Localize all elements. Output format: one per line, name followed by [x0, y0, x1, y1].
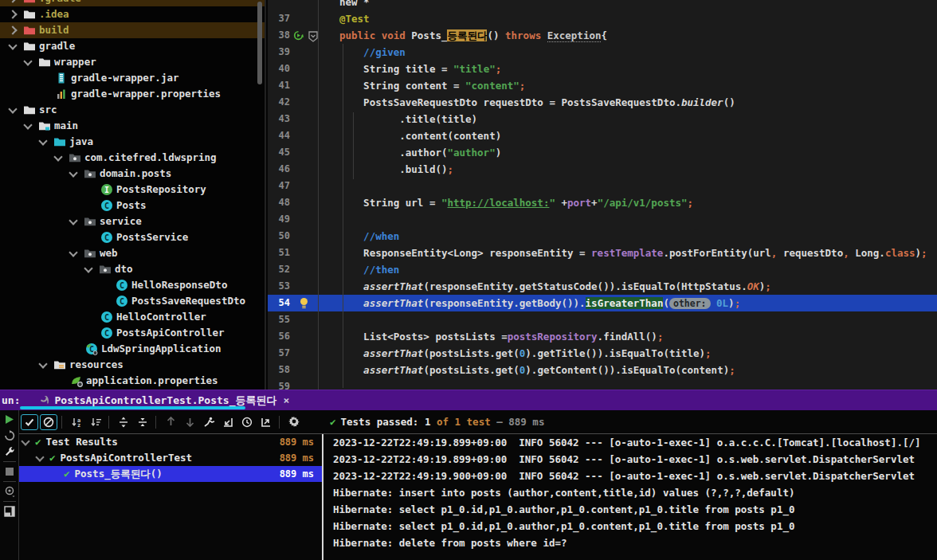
bulb-slot[interactable]: [290, 295, 308, 311]
tree-item-application-properties[interactable]: application.properties: [0, 373, 265, 389]
tree-item-build[interactable]: build: [0, 22, 265, 38]
code-line-37[interactable]: 37@Test: [268, 10, 937, 27]
code-line-57[interactable]: 57 assertThat(postsLists.get(0).getTitle…: [268, 345, 937, 362]
rerun-button[interactable]: [2, 413, 17, 426]
tree-item-main[interactable]: main: [0, 118, 265, 134]
fold-column[interactable]: [308, 27, 317, 44]
tree-item-dto[interactable]: dto: [0, 261, 265, 277]
tree-item-posts[interactable]: CPosts: [0, 198, 265, 213]
tree-item-domain-posts[interactable]: domain.posts: [0, 166, 265, 182]
code-line-50[interactable]: 50 //when: [268, 228, 937, 245]
chevron-down-icon[interactable]: [84, 264, 92, 272]
stop-button[interactable]: [2, 464, 17, 478]
code-line-42[interactable]: 42 PostsSaveRequestDto requestDto = Post…: [268, 94, 937, 111]
runok-slot[interactable]: [290, 27, 308, 44]
tree-item-postsapicontroller[interactable]: CPostsApiController: [0, 325, 265, 341]
sort-by-duration-button[interactable]: [87, 414, 104, 430]
fold-column: [308, 261, 317, 278]
code-line-59[interactable]: 59: [268, 378, 937, 390]
chevron-down-icon[interactable]: [69, 168, 77, 177]
tree-item-com-citefred-ldwspring[interactable]: com.citefred.ldwspring: [0, 150, 265, 166]
chevron-down-icon[interactable]: [8, 41, 17, 49]
chevron-down-icon[interactable]: [23, 120, 32, 129]
tree-item-wrapper[interactable]: wrapper: [0, 54, 265, 70]
chevron-down-icon[interactable]: [35, 452, 44, 461]
export-results-button[interactable]: [257, 414, 275, 430]
code-line-46[interactable]: 46 .build();: [268, 161, 937, 178]
tree-item-src[interactable]: src: [0, 102, 265, 118]
code-line-40[interactable]: 40 String title = "title";: [268, 61, 937, 77]
rerun-failed-button[interactable]: [2, 429, 17, 442]
tree-item-web[interactable]: web: [0, 245, 265, 261]
code-line-58[interactable]: 58 assertThat(postsLists.get(0).getConte…: [268, 362, 937, 378]
tree-item-resources[interactable]: resources: [0, 357, 265, 373]
expand-all-button[interactable]: [115, 414, 132, 430]
code-line-55[interactable]: 55: [268, 311, 937, 328]
collapse-all-button[interactable]: [134, 414, 151, 430]
code-line-top[interactable]: new *: [268, 0, 937, 10]
test-history-button[interactable]: [238, 414, 256, 430]
code-editor[interactable]: new *37@Test38public void Posts_등록된다() t…: [268, 0, 937, 390]
code-line-43[interactable]: 43 .title(title): [268, 111, 937, 127]
show-ignored-toggle[interactable]: [40, 414, 57, 430]
code-line-48[interactable]: 48 String url = "http://localhost:" +por…: [268, 194, 937, 211]
tree-item--idea[interactable]: .idea: [0, 6, 265, 22]
tree-item-postssaverequestdto[interactable]: CPostsSaveRequestDto: [0, 293, 265, 309]
tree-item-hellocontroller[interactable]: CHelloController: [0, 309, 265, 325]
code-line-54[interactable]: 54 assertThat(responseEntity.getBody()).…: [268, 295, 937, 311]
previous-failed-button[interactable]: [162, 414, 179, 430]
tree-item-helloresponsedto[interactable]: CHelloResponseDto: [0, 277, 265, 293]
code-line-52[interactable]: 52 //then: [268, 261, 937, 278]
test-row-posts-[interactable]: ✔Posts_등록된다()889 ms: [19, 466, 322, 482]
chevron-down-icon[interactable]: [69, 216, 77, 225]
chevron-down-icon[interactable]: [38, 359, 47, 368]
code-line-41[interactable]: 41 String content = "content";: [268, 77, 937, 94]
code-line-44[interactable]: 44 .content(content): [268, 127, 937, 144]
tree-scrollbar-thumb[interactable]: [257, 2, 262, 84]
test-results-tree[interactable]: ✔Test Results889 ms✔PostsApiControllerTe…: [19, 434, 322, 560]
code-line-53[interactable]: 53 assertThat(responseEntity.getStatusCo…: [268, 278, 937, 295]
tree-item-postsservice[interactable]: CPostsService: [0, 229, 265, 245]
chevron-down-icon[interactable]: [53, 152, 62, 161]
code-line-38[interactable]: 38public void Posts_등록된다() throws Except…: [268, 27, 937, 44]
code-line-56[interactable]: 56 List<Posts> postsLists =postsReposito…: [268, 328, 937, 345]
tree-item-service[interactable]: service: [0, 213, 265, 229]
rerun-tests-button[interactable]: [200, 414, 218, 430]
chevron-down-icon[interactable]: [23, 57, 32, 65]
restore-layout-button[interactable]: [2, 504, 17, 518]
pin-button[interactable]: [2, 484, 17, 498]
code-line-51[interactable]: 51 ResponseEntity<Long> responseEntity =…: [268, 245, 937, 261]
svg-text:C: C: [104, 313, 109, 322]
test-settings-button[interactable]: [2, 444, 17, 458]
tree-item-gradle-wrapper-properties[interactable]: gradle-wrapper.properties: [0, 86, 265, 102]
gutter-separator: [318, 0, 319, 390]
test-row-postsapicontrollertest[interactable]: ✔PostsApiControllerTest889 ms: [19, 450, 322, 466]
show-passed-toggle[interactable]: [21, 414, 38, 430]
run-console[interactable]: 2023-12-22T22:49:19.899+09:00 INFO 56042…: [323, 434, 937, 560]
project-tree-panel[interactable]: .gradle.ideabuildgradlewrappergradle-wra…: [0, 0, 266, 390]
tree-item-gradle-wrapper-jar[interactable]: gradle-wrapper.jar: [0, 70, 265, 86]
tree-item-java[interactable]: java: [0, 134, 265, 150]
test-row-test-results[interactable]: ✔Test Results889 ms: [19, 434, 322, 450]
code-line-49[interactable]: 49: [268, 211, 937, 228]
chevron-right-icon[interactable]: [8, 0, 17, 3]
code-line-39[interactable]: 39 //given: [268, 44, 937, 61]
tree-item-ldwspringapplication[interactable]: CLdwSpringApplication: [0, 341, 265, 357]
options-gear-button[interactable]: [285, 414, 303, 430]
tree-item-postsrepository[interactable]: IPostsRepository: [0, 182, 265, 198]
chevron-down-icon[interactable]: [69, 248, 77, 257]
close-icon[interactable]: ×: [283, 394, 289, 406]
sort-alphabetically-button[interactable]: az: [68, 414, 85, 430]
chevron-down-icon[interactable]: [38, 136, 47, 145]
chevron-down-icon[interactable]: [21, 437, 29, 445]
tree-item--gradle[interactable]: .gradle: [0, 0, 265, 6]
chevron-down-icon[interactable]: [8, 104, 17, 113]
chevron-right-icon[interactable]: [8, 25, 17, 34]
next-failed-button[interactable]: [181, 414, 198, 430]
chevron-right-icon[interactable]: [8, 10, 17, 18]
code-line-47[interactable]: 47: [268, 178, 937, 194]
import-results-button[interactable]: [219, 414, 237, 430]
tree-item-gradle[interactable]: gradle: [0, 38, 265, 54]
tree-item-label: gradle-wrapper.properties: [71, 86, 221, 102]
code-line-45[interactable]: 45 .author("author"): [268, 144, 937, 161]
